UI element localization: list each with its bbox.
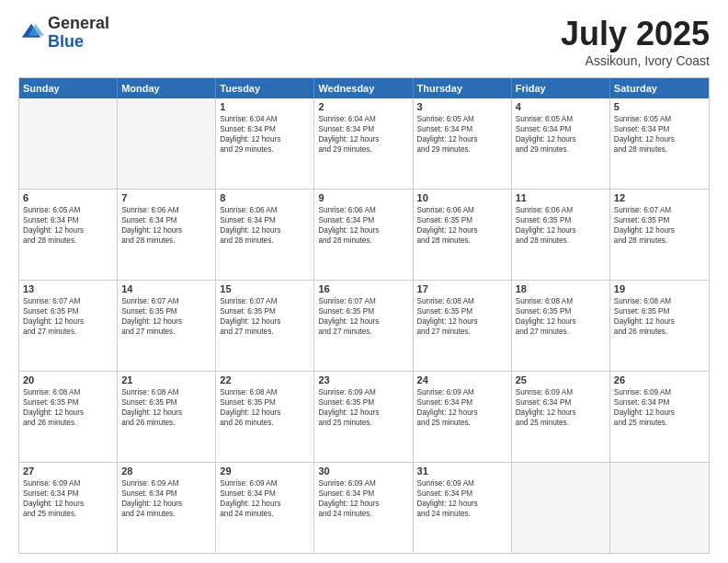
calendar-day-cell: 13Sunrise: 6:07 AM Sunset: 6:35 PM Dayli…	[19, 281, 118, 371]
calendar-day-cell: 3Sunrise: 6:05 AM Sunset: 6:34 PM Daylig…	[414, 98, 512, 189]
calendar-day-cell: 11Sunrise: 6:06 AM Sunset: 6:35 PM Dayli…	[512, 190, 610, 280]
calendar-header-cell: Monday	[118, 78, 216, 98]
calendar-day-cell: 22Sunrise: 6:08 AM Sunset: 6:35 PM Dayli…	[216, 372, 314, 462]
day-number: 25	[516, 374, 606, 385]
calendar-header-cell: Wednesday	[314, 78, 413, 98]
calendar-day-cell	[512, 463, 610, 553]
calendar-day-cell: 6Sunrise: 6:05 AM Sunset: 6:34 PM Daylig…	[19, 190, 118, 280]
day-number: 12	[614, 192, 705, 203]
day-number: 18	[516, 283, 606, 294]
day-number: 15	[220, 283, 310, 294]
logo-general: General	[48, 15, 109, 33]
day-info: Sunrise: 6:06 AM Sunset: 6:34 PM Dayligh…	[220, 205, 310, 246]
day-number: 11	[516, 192, 606, 203]
calendar-day-cell: 15Sunrise: 6:07 AM Sunset: 6:35 PM Dayli…	[216, 281, 314, 371]
calendar-day-cell: 24Sunrise: 6:09 AM Sunset: 6:34 PM Dayli…	[414, 372, 512, 462]
day-info: Sunrise: 6:09 AM Sunset: 6:35 PM Dayligh…	[318, 387, 408, 428]
calendar-day-cell: 7Sunrise: 6:06 AM Sunset: 6:34 PM Daylig…	[118, 190, 216, 280]
day-info: Sunrise: 6:09 AM Sunset: 6:34 PM Dayligh…	[417, 387, 507, 428]
calendar-day-cell: 17Sunrise: 6:08 AM Sunset: 6:35 PM Dayli…	[414, 281, 512, 371]
header: General Blue July 2025 Assikoun, Ivory C…	[18, 15, 710, 68]
calendar-week-row: 1Sunrise: 6:04 AM Sunset: 6:34 PM Daylig…	[19, 98, 709, 189]
calendar-day-cell: 1Sunrise: 6:04 AM Sunset: 6:34 PM Daylig…	[216, 98, 314, 189]
calendar-header-cell: Tuesday	[216, 78, 314, 98]
calendar-day-cell: 28Sunrise: 6:09 AM Sunset: 6:34 PM Dayli…	[118, 463, 216, 553]
calendar-day-cell: 19Sunrise: 6:08 AM Sunset: 6:35 PM Dayli…	[610, 281, 709, 371]
day-info: Sunrise: 6:04 AM Sunset: 6:34 PM Dayligh…	[220, 114, 310, 155]
logo-text: General Blue	[48, 15, 109, 52]
day-info: Sunrise: 6:09 AM Sunset: 6:34 PM Dayligh…	[220, 478, 310, 519]
calendar-day-cell: 14Sunrise: 6:07 AM Sunset: 6:35 PM Dayli…	[118, 281, 216, 371]
title-block: July 2025 Assikoun, Ivory Coast	[561, 15, 710, 68]
day-number: 31	[417, 465, 507, 477]
logo-icon	[18, 20, 44, 46]
day-info: Sunrise: 6:05 AM Sunset: 6:34 PM Dayligh…	[23, 205, 113, 246]
day-info: Sunrise: 6:06 AM Sunset: 6:34 PM Dayligh…	[121, 205, 211, 246]
calendar-day-cell: 4Sunrise: 6:05 AM Sunset: 6:34 PM Daylig…	[512, 98, 610, 189]
day-number: 16	[318, 283, 408, 294]
calendar-week-row: 13Sunrise: 6:07 AM Sunset: 6:35 PM Dayli…	[19, 280, 709, 371]
day-info: Sunrise: 6:09 AM Sunset: 6:34 PM Dayligh…	[417, 478, 507, 519]
day-number: 17	[417, 283, 507, 294]
day-number: 28	[121, 465, 211, 477]
calendar-week-row: 20Sunrise: 6:08 AM Sunset: 6:35 PM Dayli…	[19, 371, 709, 462]
day-number: 1	[220, 101, 310, 112]
day-number: 13	[23, 283, 113, 294]
logo-blue: Blue	[48, 33, 109, 52]
day-info: Sunrise: 6:07 AM Sunset: 6:35 PM Dayligh…	[614, 205, 705, 246]
calendar-header-cell: Thursday	[414, 78, 512, 98]
calendar-day-cell: 27Sunrise: 6:09 AM Sunset: 6:34 PM Dayli…	[19, 463, 118, 553]
day-info: Sunrise: 6:08 AM Sunset: 6:35 PM Dayligh…	[220, 387, 310, 428]
calendar-day-cell: 31Sunrise: 6:09 AM Sunset: 6:34 PM Dayli…	[414, 463, 512, 553]
calendar-header-cell: Friday	[512, 78, 610, 98]
calendar-day-cell: 30Sunrise: 6:09 AM Sunset: 6:34 PM Dayli…	[314, 463, 413, 553]
calendar-day-cell: 5Sunrise: 6:05 AM Sunset: 6:34 PM Daylig…	[610, 98, 709, 189]
day-number: 10	[417, 192, 507, 203]
calendar-header-cell: Saturday	[610, 78, 709, 98]
day-info: Sunrise: 6:05 AM Sunset: 6:34 PM Dayligh…	[516, 114, 606, 155]
calendar-day-cell: 25Sunrise: 6:09 AM Sunset: 6:34 PM Dayli…	[512, 372, 610, 462]
calendar-day-cell: 2Sunrise: 6:04 AM Sunset: 6:34 PM Daylig…	[314, 98, 413, 189]
day-info: Sunrise: 6:09 AM Sunset: 6:34 PM Dayligh…	[614, 387, 705, 428]
calendar-day-cell: 21Sunrise: 6:08 AM Sunset: 6:35 PM Dayli…	[118, 372, 216, 462]
day-info: Sunrise: 6:06 AM Sunset: 6:35 PM Dayligh…	[417, 205, 507, 246]
day-info: Sunrise: 6:08 AM Sunset: 6:35 PM Dayligh…	[23, 387, 113, 428]
day-info: Sunrise: 6:09 AM Sunset: 6:34 PM Dayligh…	[516, 387, 606, 428]
day-number: 19	[614, 283, 705, 294]
logo: General Blue	[18, 15, 109, 52]
calendar: SundayMondayTuesdayWednesdayThursdayFrid…	[18, 77, 710, 554]
day-number: 7	[121, 192, 211, 203]
calendar-day-cell: 20Sunrise: 6:08 AM Sunset: 6:35 PM Dayli…	[19, 372, 118, 462]
day-number: 22	[220, 374, 310, 385]
calendar-day-cell: 8Sunrise: 6:06 AM Sunset: 6:34 PM Daylig…	[216, 190, 314, 280]
day-info: Sunrise: 6:09 AM Sunset: 6:34 PM Dayligh…	[121, 478, 211, 519]
day-info: Sunrise: 6:05 AM Sunset: 6:34 PM Dayligh…	[417, 114, 507, 155]
day-number: 20	[23, 374, 113, 385]
page: General Blue July 2025 Assikoun, Ivory C…	[0, 0, 728, 563]
calendar-header-cell: Sunday	[19, 78, 118, 98]
day-info: Sunrise: 6:07 AM Sunset: 6:35 PM Dayligh…	[121, 296, 211, 337]
calendar-day-cell: 16Sunrise: 6:07 AM Sunset: 6:35 PM Dayli…	[314, 281, 413, 371]
day-number: 2	[318, 101, 408, 112]
day-info: Sunrise: 6:08 AM Sunset: 6:35 PM Dayligh…	[121, 387, 211, 428]
calendar-week-row: 27Sunrise: 6:09 AM Sunset: 6:34 PM Dayli…	[19, 462, 709, 553]
calendar-day-cell: 18Sunrise: 6:08 AM Sunset: 6:35 PM Dayli…	[512, 281, 610, 371]
title-month: July 2025	[561, 15, 710, 53]
calendar-day-cell: 10Sunrise: 6:06 AM Sunset: 6:35 PM Dayli…	[414, 190, 512, 280]
day-info: Sunrise: 6:08 AM Sunset: 6:35 PM Dayligh…	[614, 296, 705, 337]
day-info: Sunrise: 6:09 AM Sunset: 6:34 PM Dayligh…	[23, 478, 113, 519]
day-number: 5	[614, 101, 705, 112]
day-number: 27	[23, 465, 113, 477]
day-number: 4	[516, 101, 606, 112]
day-number: 26	[614, 374, 705, 385]
day-info: Sunrise: 6:07 AM Sunset: 6:35 PM Dayligh…	[23, 296, 113, 337]
day-number: 8	[220, 192, 310, 203]
day-number: 30	[318, 465, 408, 477]
day-info: Sunrise: 6:04 AM Sunset: 6:34 PM Dayligh…	[318, 114, 408, 155]
title-location: Assikoun, Ivory Coast	[561, 53, 710, 68]
day-info: Sunrise: 6:08 AM Sunset: 6:35 PM Dayligh…	[516, 296, 606, 337]
calendar-body: 1Sunrise: 6:04 AM Sunset: 6:34 PM Daylig…	[19, 98, 709, 553]
day-number: 29	[220, 465, 310, 477]
calendar-day-cell	[118, 98, 216, 189]
calendar-day-cell: 12Sunrise: 6:07 AM Sunset: 6:35 PM Dayli…	[610, 190, 709, 280]
